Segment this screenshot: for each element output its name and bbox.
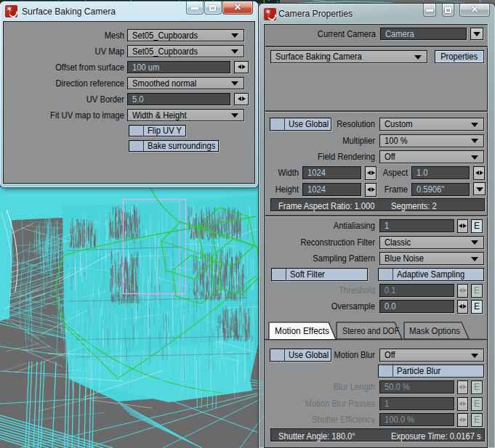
svg-text:Stereo and DOF: Stereo and DOF — [342, 325, 399, 336]
svg-text:Motion Effects: Motion Effects — [275, 325, 329, 336]
svg-text:Mask Options: Mask Options — [409, 325, 460, 336]
